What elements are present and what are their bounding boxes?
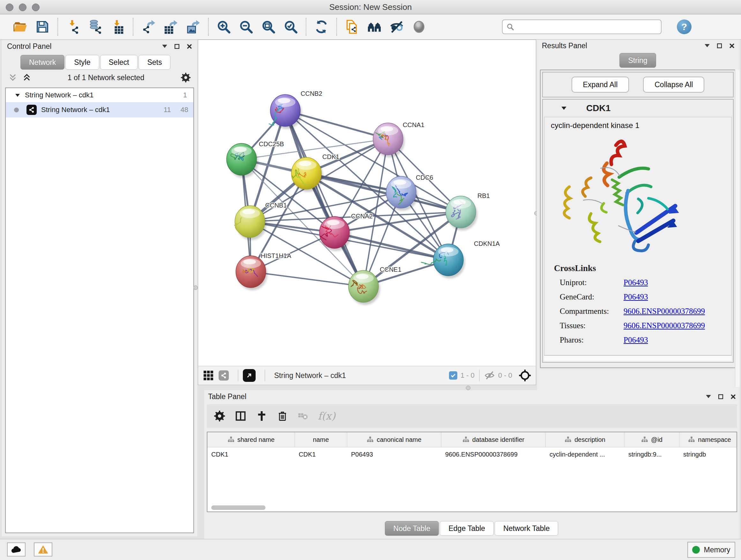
cloud-status-button[interactable] [7,543,25,557]
gear-icon[interactable] [214,410,225,422]
network-node-CCNA1[interactable] [373,123,405,158]
edge-count: 48 [181,106,188,114]
network-node-RB1[interactable] [446,196,477,231]
import-table-button[interactable] [107,17,129,37]
network-edge-CCNB2-CCNE1[interactable] [285,111,363,287]
import-network-button[interactable] [62,17,84,37]
network-node-CCNE1[interactable] [348,270,380,305]
select-columns-icon[interactable] [235,410,246,422]
section-collapse-icon[interactable] [561,107,566,110]
column-header--id[interactable]: @id [624,432,679,447]
add-column-icon[interactable] [256,410,267,422]
tab-select[interactable]: Select [100,55,138,70]
search-input[interactable] [517,22,657,31]
horizontal-splitter[interactable] [198,385,536,390]
tab-sets[interactable]: Sets [138,55,171,70]
export-table-button[interactable] [159,17,182,37]
detach-view-icon[interactable] [243,369,256,382]
crosslink-link[interactable]: P06493 [623,335,648,345]
column-header-database-identifier[interactable]: database identifier [441,432,546,447]
zoom-fit-button[interactable] [257,17,280,37]
selected-checkbox[interactable] [449,371,457,380]
memory-button[interactable]: Memory [687,542,735,558]
table-cell: stringdb:9... [624,447,679,461]
hide-panel-button[interactable] [386,17,408,37]
table-hscrollbar-thumb[interactable] [211,505,266,510]
panel-float-icon[interactable] [718,394,724,399]
export-network-button[interactable] [137,17,159,37]
column-header-description[interactable]: description [546,432,624,447]
collapse-all-button[interactable]: Collapse All [643,77,704,92]
results-panel-scrollbar[interactable] [735,70,740,387]
show-eye-button[interactable] [408,17,430,37]
tab-network-table[interactable]: Network Table [495,521,558,536]
panel-float-icon[interactable] [174,44,180,49]
import-database-button[interactable] [84,17,107,37]
help-button[interactable]: ? [677,19,691,34]
network-view-icon[interactable] [219,370,229,381]
network-row-selected[interactable]: String Network – cdk1 11 48 [6,102,193,118]
toolbar-separator [336,18,337,36]
export-image-button[interactable] [182,17,204,37]
splitter-handle[interactable] [466,386,470,390]
panel-menu-icon[interactable] [704,44,710,47]
function-builder-icon-disabled: f(x) [318,410,335,422]
warning-status-button[interactable] [34,543,52,557]
results-panel-title: Results Panel [542,42,587,50]
panel-menu-icon[interactable] [706,395,711,398]
refresh-layout-button[interactable] [310,17,333,37]
tab-style[interactable]: Style [65,55,99,70]
network-collection-row[interactable]: String Network – cdk1 1 [6,88,193,102]
crosslink-link[interactable]: 9606.ENSP00000378699 [623,321,705,330]
grid-view-icon[interactable] [203,370,214,381]
network-edge-CCNA2-CDKN1A[interactable] [334,233,448,260]
export-network-icon [141,19,156,34]
open-session-button[interactable] [9,17,31,37]
network-edge-HIST1H1A-CCNE1[interactable] [251,272,363,287]
tab-edge-table[interactable]: Edge Table [440,521,494,536]
export-image-icon [186,19,200,34]
crosslink-link[interactable]: P06493 [623,293,648,301]
tree-expand-icon[interactable] [15,94,20,97]
zoom-selected-button[interactable] [280,17,302,37]
column-header-shared-name[interactable]: shared name [207,432,295,447]
memory-label: Memory [704,546,730,554]
zoom-out-button[interactable] [235,17,257,37]
expand-all-button[interactable]: Expand All [571,77,629,92]
expand-all-icon[interactable] [22,73,31,82]
string-home-button[interactable] [363,17,386,37]
save-session-button[interactable] [31,17,54,37]
network-from-selection-button[interactable] [341,17,363,37]
birds-eye-icon[interactable] [519,369,531,382]
left-splitter-handle[interactable] [193,286,198,290]
table-cell: cyclin-dependent ... [546,447,624,461]
delete-table-icon-disabled [297,411,308,422]
crosslink-link[interactable]: 9606.ENSP00000378699 [623,307,705,316]
column-header-name[interactable]: name [295,432,347,447]
panel-menu-icon[interactable] [162,45,167,48]
network-node-HIST1H1A[interactable] [236,256,267,290]
panel-close-icon[interactable] [731,394,736,399]
delete-column-icon[interactable] [277,411,288,422]
network-node-CDKN1A[interactable] [421,244,465,278]
tab-node-table[interactable]: Node Table [385,521,439,536]
network-node-CDC25B[interactable] [226,143,258,178]
gear-icon[interactable] [181,72,191,83]
network-canvas[interactable]: CCNB2CCNA1CDC25BCDK1CDC6RB1CCNB1CCNA2CDK… [198,40,536,367]
table-row[interactable]: CDK1CDK1P064939606.ENSP00000378699cyclin… [207,447,737,461]
tab-network[interactable]: Network [20,55,64,70]
zoom-in-button[interactable] [212,17,235,37]
string-results-card: Expand All Collapse All CDK1 cyclin-depe… [540,70,736,368]
collapse-all-icon[interactable] [8,73,17,82]
panel-close-icon[interactable] [187,44,192,49]
column-header-canonical-name[interactable]: canonical name [347,432,441,447]
column-header-namespace[interactable]: namespace [679,432,737,447]
network-node-CDK1[interactable] [291,158,323,192]
crosslink-link[interactable]: P06493 [623,278,648,287]
panel-float-icon[interactable] [717,43,722,49]
panel-close-icon[interactable] [729,43,735,49]
tab-string[interactable]: String [619,53,656,68]
network-node-CDC6[interactable] [386,176,418,211]
crosslinks-hscrollbar[interactable] [544,355,732,361]
toolbar-separator [133,18,133,36]
